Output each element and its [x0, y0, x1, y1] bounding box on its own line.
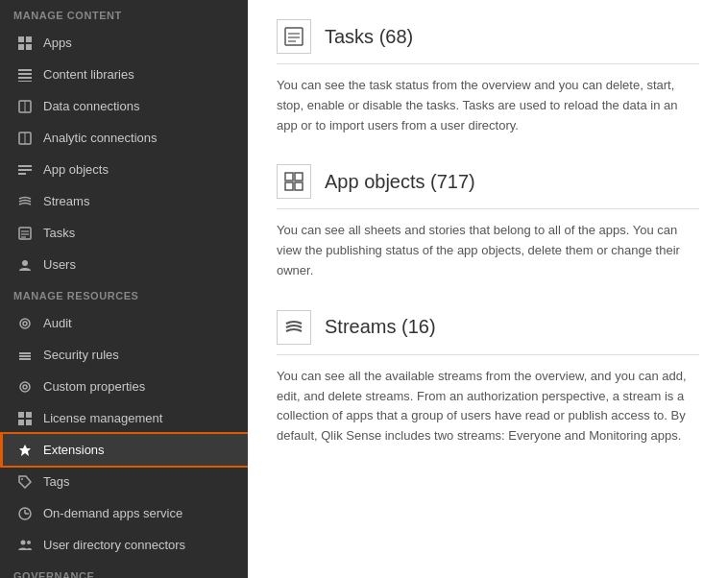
- tags-icon: [16, 475, 34, 489]
- audit-icon: [16, 317, 34, 330]
- sidebar: MANAGE CONTENTAppsContent librariesData …: [0, 0, 248, 578]
- sidebar-item-custom-properties[interactable]: Custom properties: [0, 371, 248, 402]
- custom-properties-icon: [16, 380, 34, 394]
- sidebar-item-label-license-management: License management: [43, 411, 162, 425]
- sidebar-item-analytic-connections[interactable]: Analytic connections: [0, 122, 248, 154]
- streams-content-icon: [277, 310, 311, 345]
- svg-rect-28: [26, 412, 32, 418]
- svg-rect-29: [18, 420, 24, 425]
- sidebar-item-label-data-connections: Data connections: [43, 99, 139, 113]
- svg-point-19: [22, 260, 28, 266]
- sidebar-item-label-app-objects: App objects: [43, 162, 109, 177]
- license-management-icon: [16, 412, 34, 425]
- sidebar-item-label-security-rules: Security rules: [43, 348, 119, 362]
- svg-rect-3: [26, 44, 32, 50]
- content-item-desc-streams: You can see all the available streams fr…: [277, 367, 699, 446]
- apps-icon: [16, 36, 34, 50]
- sidebar-item-label-tasks: Tasks: [43, 226, 75, 240]
- sidebar-item-label-content-libraries: Content libraries: [43, 67, 134, 82]
- svg-rect-24: [19, 358, 31, 360]
- sidebar-item-apps[interactable]: Apps: [0, 27, 248, 59]
- sidebar-section-header: MANAGE RESOURCES: [0, 280, 248, 307]
- on-demand-apps-icon: [16, 507, 34, 520]
- content-item-desc-tasks: You can see the task status from the ove…: [277, 76, 699, 135]
- content-item-header-streams: Streams (16): [277, 310, 699, 355]
- svg-point-25: [20, 382, 30, 392]
- svg-rect-22: [19, 352, 31, 354]
- sidebar-item-content-libraries[interactable]: Content libraries: [0, 59, 248, 90]
- svg-rect-6: [18, 77, 32, 79]
- svg-point-36: [27, 541, 31, 544]
- sidebar-section-header: GOVERNANCE: [0, 561, 248, 578]
- sidebar-item-tags[interactable]: Tags: [0, 466, 248, 497]
- sidebar-item-on-demand-apps[interactable]: On-demand apps service: [0, 497, 248, 529]
- svg-rect-14: [18, 173, 26, 175]
- data-connections-icon: [16, 100, 34, 113]
- content-item-title-app-objects: App objects (717): [325, 171, 475, 193]
- svg-rect-44: [295, 182, 303, 190]
- sidebar-item-label-audit: Audit: [43, 316, 72, 330]
- sidebar-item-label-on-demand-apps: On-demand apps service: [43, 506, 182, 520]
- sidebar-item-user-directory[interactable]: User directory connectors: [0, 529, 248, 561]
- sidebar-item-security-rules[interactable]: Security rules: [0, 339, 248, 371]
- sidebar-item-data-connections[interactable]: Data connections: [0, 90, 248, 122]
- svg-rect-4: [18, 69, 32, 71]
- sidebar-item-label-users: Users: [43, 257, 76, 272]
- svg-rect-12: [18, 169, 32, 171]
- content-item-title-streams: Streams (16): [325, 316, 436, 338]
- streams-icon: [16, 195, 34, 208]
- svg-rect-13: [18, 165, 32, 167]
- sidebar-item-tasks[interactable]: Tasks: [0, 217, 248, 249]
- svg-rect-2: [18, 44, 24, 50]
- sidebar-item-app-objects[interactable]: App objects: [0, 154, 248, 185]
- content-libraries-icon: [16, 68, 34, 82]
- content-item-title-tasks: Tasks (68): [325, 26, 413, 48]
- svg-point-35: [21, 540, 26, 544]
- svg-point-21: [23, 322, 27, 325]
- svg-rect-5: [18, 73, 32, 75]
- svg-rect-0: [18, 36, 24, 42]
- sidebar-item-license-management[interactable]: License management: [0, 402, 248, 434]
- svg-rect-7: [18, 81, 32, 82]
- content-item-tasks: Tasks (68)You can see the task status fr…: [277, 19, 699, 135]
- content-item-desc-app-objects: You can see all sheets and stories that …: [277, 221, 699, 280]
- sidebar-section-header: MANAGE CONTENT: [0, 0, 248, 27]
- content-item-streams: Streams (16)You can see all the availabl…: [277, 310, 699, 446]
- content-item-header-app-objects: App objects (717): [277, 164, 699, 209]
- content-item-header-tasks: Tasks (68): [277, 19, 699, 64]
- user-directory-icon: [16, 539, 34, 552]
- svg-rect-43: [285, 182, 293, 190]
- svg-rect-27: [18, 412, 24, 418]
- analytic-connections-icon: [16, 132, 34, 145]
- sidebar-item-audit[interactable]: Audit: [0, 307, 248, 339]
- sidebar-item-users[interactable]: Users: [0, 249, 248, 280]
- tasks-icon: [16, 227, 34, 240]
- app-objects-content-icon: [277, 164, 311, 199]
- svg-point-26: [23, 385, 27, 389]
- main-content: Tasks (68)You can see the task status fr…: [248, 0, 728, 578]
- content-item-app-objects: App objects (717)You can see all sheets …: [277, 164, 699, 280]
- svg-rect-41: [285, 173, 293, 181]
- svg-rect-42: [295, 173, 303, 181]
- svg-rect-23: [19, 355, 31, 357]
- sidebar-item-label-custom-properties: Custom properties: [43, 379, 145, 394]
- tasks-content-icon: [277, 19, 311, 54]
- svg-rect-37: [285, 28, 303, 45]
- sidebar-item-label-user-directory: User directory connectors: [43, 538, 185, 552]
- sidebar-item-label-tags: Tags: [43, 474, 69, 489]
- sidebar-item-label-apps: Apps: [43, 36, 72, 50]
- sidebar-item-label-extensions: Extensions: [43, 443, 105, 457]
- users-icon: [16, 258, 34, 272]
- app-objects-icon: [16, 163, 34, 177]
- svg-point-20: [20, 319, 30, 328]
- svg-point-31: [21, 478, 23, 480]
- sidebar-item-extensions[interactable]: Extensions: [0, 434, 248, 466]
- security-rules-icon: [16, 349, 34, 362]
- svg-rect-1: [26, 36, 32, 42]
- svg-rect-30: [26, 420, 32, 425]
- sidebar-item-streams[interactable]: Streams: [0, 185, 248, 217]
- sidebar-item-label-streams: Streams: [43, 194, 89, 208]
- extensions-icon: [16, 444, 34, 457]
- sidebar-item-label-analytic-connections: Analytic connections: [43, 131, 158, 145]
